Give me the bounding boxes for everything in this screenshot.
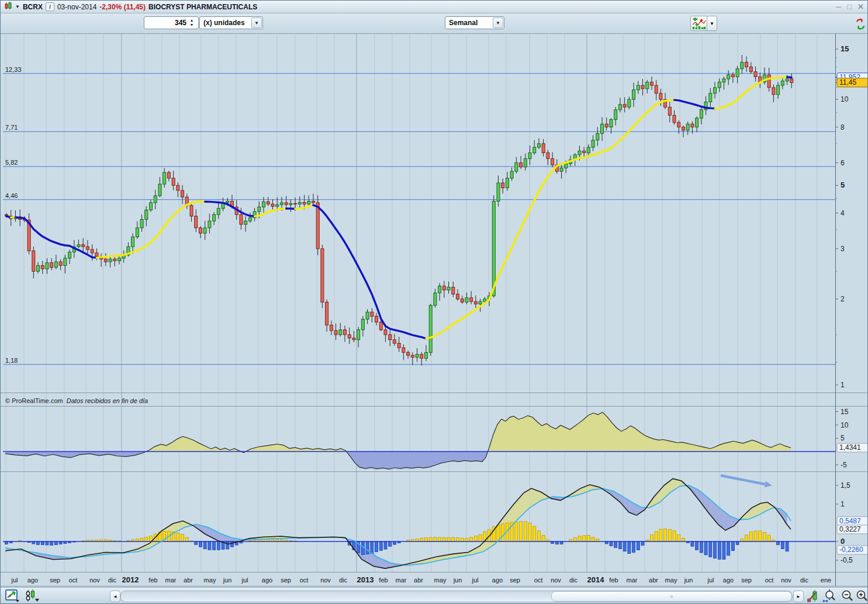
svg-text:nov: nov (320, 577, 331, 584)
svg-text:nov: nov (551, 577, 561, 584)
svg-text:abr: abr (649, 577, 658, 584)
svg-text:oct: oct (765, 577, 774, 584)
svg-text:jul: jul (707, 577, 714, 584)
timeframe-select[interactable]: Semanal ▼ (445, 16, 504, 29)
svg-text:1: 1 (841, 381, 845, 389)
svg-text:8: 8 (841, 123, 845, 131)
svg-text:may: may (204, 577, 216, 584)
chevron-down-icon: ▼ (710, 21, 714, 26)
svg-text:oct: oct (300, 577, 309, 584)
svg-text:jun: jun (684, 577, 693, 584)
svg-text:4,46: 4,46 (5, 192, 18, 199)
svg-text:jul: jul (241, 577, 248, 584)
svg-text:sep: sep (741, 577, 752, 584)
svg-text:oct: oct (69, 577, 78, 584)
svg-text:ago: ago (723, 577, 734, 584)
units-count-field[interactable]: ▲ ▼ (144, 16, 199, 29)
svg-text:jun: jun (453, 577, 462, 584)
units-count-stepper[interactable]: ▲ ▼ (188, 18, 196, 28)
svg-text:7,71: 7,71 (5, 124, 18, 131)
zoom-in-button[interactable] (854, 589, 868, 602)
right-arrow-icon: ► (796, 594, 801, 599)
svg-text:2013: 2013 (357, 575, 374, 584)
zoom-fit-icon (822, 589, 836, 602)
svg-text:ago: ago (262, 577, 272, 584)
svg-text:dic: dic (108, 577, 117, 584)
ticker-symbol: BCRX (23, 3, 43, 11)
svg-text:10: 10 (841, 95, 849, 103)
units-type-value: (x) unidades (200, 19, 251, 27)
chart-with-plus-icon (692, 18, 706, 29)
zoom-out-button[interactable] (839, 589, 855, 602)
svg-text:-0,5: -0,5 (841, 556, 853, 564)
svg-text:mar: mar (627, 577, 638, 584)
company-name: BIOCRYST PHARMACEUTICALS (148, 3, 257, 11)
svg-text:0,3227: 0,3227 (839, 525, 861, 533)
svg-text:1,4341: 1,4341 (839, 443, 861, 452)
svg-text:2: 2 (841, 295, 845, 303)
thumb-grip-icon: ≡ (670, 593, 673, 599)
minimize-button[interactable]: ─ (836, 2, 841, 11)
quote-change: -2,30% (11,45) (99, 3, 146, 11)
scrollbar-thumb[interactable]: ≡ (551, 591, 792, 602)
chevron-down-icon[interactable]: ▼ (251, 18, 262, 28)
svg-text:nov: nov (89, 577, 100, 584)
left-arrow-icon: ◄ (113, 594, 117, 599)
stepper-down-icon[interactable]: ▼ (188, 23, 196, 27)
svg-text:ago: ago (27, 577, 38, 584)
zoom-fit-button[interactable] (821, 589, 838, 602)
svg-text:-0,2260: -0,2260 (839, 546, 863, 554)
export-chart-icon (5, 589, 20, 602)
svg-text:ene: ene (821, 577, 831, 584)
indicator-dropdown-button[interactable]: ▼ (707, 16, 717, 31)
export-chart-button[interactable] (4, 589, 22, 602)
svg-text:sep: sep (510, 577, 520, 584)
chart-canvas[interactable]: 12,337,715,824,461,181510865432111,95211… (1, 33, 868, 587)
scroll-right-button[interactable]: ► (793, 591, 804, 602)
svg-text:10: 10 (841, 421, 849, 429)
scroll-left-button[interactable]: ◄ (110, 591, 120, 602)
svg-text:nov: nov (781, 577, 791, 584)
zoom-out-icon (840, 589, 854, 602)
data-note-text: Datos recibidos en fin de día (67, 397, 148, 404)
zoom-in-icon (855, 589, 868, 602)
candlestick-style-icon (25, 589, 39, 602)
svg-text:abr: abr (414, 577, 423, 584)
timeframe-value: Semanal (445, 19, 493, 27)
chart-settings-icon (807, 589, 819, 602)
svg-text:5,82: 5,82 (5, 159, 18, 166)
svg-text:15: 15 (841, 44, 849, 53)
add-indicator-button[interactable] (690, 16, 708, 31)
svg-text:sep: sep (281, 577, 291, 584)
prorealtime-window: { "window": { "ticker": "BCRX", "info_gl… (0, 0, 868, 604)
svg-text:jul: jul (11, 577, 18, 584)
svg-text:6: 6 (841, 159, 845, 167)
chevron-down-icon[interactable]: ▼ (493, 18, 503, 28)
svg-text:0: 0 (841, 537, 845, 546)
stepper-up-icon[interactable]: ▲ (188, 18, 196, 23)
close-button[interactable]: ✕ (857, 2, 864, 11)
svg-text:dic: dic (339, 577, 348, 584)
svg-text:ago: ago (492, 577, 503, 584)
svg-text:feb: feb (609, 577, 618, 584)
chart-toolbar: ▲ ▼ (x) unidades ▼ Semanal ▼ ▼ (1, 13, 867, 34)
svg-text:feb: feb (379, 577, 388, 584)
units-type-select[interactable]: (x) unidades ▼ (199, 16, 263, 29)
title-bar: ▼ BCRX i 03-nov-2014 -2,30% (11,45) BIOC… (1, 1, 867, 13)
info-icon[interactable]: i (46, 2, 54, 11)
svg-text:dic: dic (569, 577, 578, 584)
refresh-data-icon[interactable] (855, 18, 866, 32)
ticker-dropdown-icon[interactable]: ▼ (15, 4, 20, 9)
svg-text:1,18: 1,18 (5, 357, 18, 364)
svg-text:jul: jul (471, 577, 478, 584)
maximize-button[interactable]: □ (847, 2, 852, 11)
svg-text:4: 4 (841, 209, 845, 217)
price-tags: 11,95211,45 (835, 73, 868, 87)
svg-text:1,5: 1,5 (841, 481, 850, 490)
svg-text:sep: sep (50, 577, 60, 584)
candlestick-style-button[interactable] (24, 589, 40, 602)
units-count-input[interactable] (144, 18, 188, 28)
time-scrollbar[interactable]: ≡ (120, 591, 793, 602)
svg-text:abr: abr (184, 577, 193, 584)
chart-settings-button[interactable] (806, 589, 820, 602)
